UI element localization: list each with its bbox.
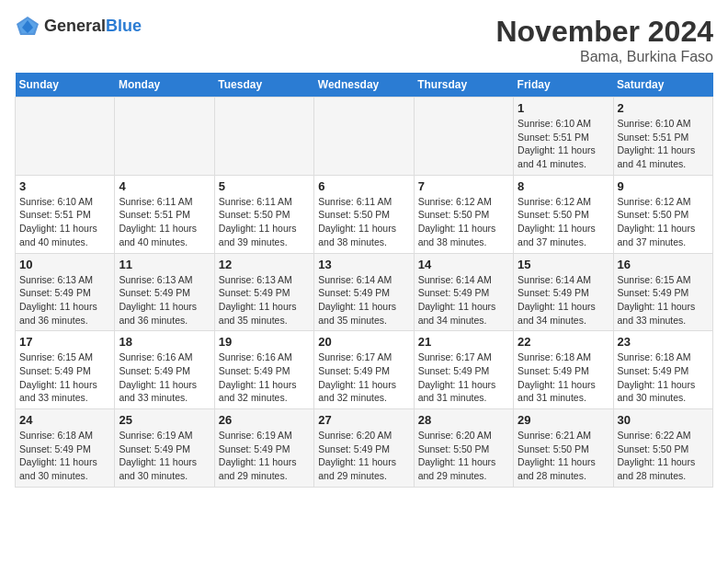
- day-info: Sunrise: 6:11 AM Sunset: 5:50 PM Dayligh…: [318, 195, 409, 249]
- day-info: Sunrise: 6:13 AM Sunset: 5:49 PM Dayligh…: [219, 273, 310, 327]
- calendar-cell: 27Sunrise: 6:20 AM Sunset: 5:49 PM Dayli…: [314, 409, 414, 488]
- day-info: Sunrise: 6:10 AM Sunset: 5:51 PM Dayligh…: [618, 117, 709, 171]
- main-title: November 2024: [495, 15, 713, 49]
- day-info: Sunrise: 6:17 AM Sunset: 5:49 PM Dayligh…: [318, 350, 409, 405]
- day-number: 26: [219, 413, 310, 427]
- day-number: 2: [618, 101, 709, 115]
- calendar-cell: 18Sunrise: 6:16 AM Sunset: 5:49 PM Dayli…: [115, 331, 214, 409]
- calendar-cell: [115, 98, 214, 176]
- calendar-day-header: Thursday: [414, 73, 513, 98]
- day-info: Sunrise: 6:11 AM Sunset: 5:51 PM Dayligh…: [119, 195, 210, 249]
- day-info: Sunrise: 6:18 AM Sunset: 5:49 PM Dayligh…: [518, 350, 609, 405]
- calendar-cell: 14Sunrise: 6:14 AM Sunset: 5:49 PM Dayli…: [414, 253, 513, 331]
- day-number: 20: [318, 335, 409, 349]
- calendar-cell: 10Sunrise: 6:13 AM Sunset: 5:49 PM Dayli…: [16, 253, 115, 331]
- day-number: 5: [219, 179, 310, 193]
- day-info: Sunrise: 6:14 AM Sunset: 5:49 PM Dayligh…: [518, 273, 609, 327]
- day-info: Sunrise: 6:16 AM Sunset: 5:49 PM Dayligh…: [219, 350, 310, 405]
- calendar-cell: [214, 98, 313, 176]
- day-info: Sunrise: 6:15 AM Sunset: 5:49 PM Dayligh…: [19, 350, 110, 405]
- day-number: 18: [119, 335, 210, 349]
- day-info: Sunrise: 6:22 AM Sunset: 5:50 PM Dayligh…: [618, 429, 709, 483]
- logo-blue: Blue: [106, 17, 142, 35]
- calendar-cell: 11Sunrise: 6:13 AM Sunset: 5:49 PM Dayli…: [115, 253, 214, 331]
- calendar-cell: 6Sunrise: 6:11 AM Sunset: 5:50 PM Daylig…: [314, 175, 414, 253]
- calendar-cell: 17Sunrise: 6:15 AM Sunset: 5:49 PM Dayli…: [16, 331, 115, 409]
- calendar-cell: [314, 98, 414, 176]
- calendar-cell: 1Sunrise: 6:10 AM Sunset: 5:51 PM Daylig…: [514, 98, 613, 176]
- day-number: 14: [418, 258, 509, 271]
- calendar-cell: 21Sunrise: 6:17 AM Sunset: 5:49 PM Dayli…: [414, 331, 513, 409]
- calendar-cell: 26Sunrise: 6:19 AM Sunset: 5:49 PM Dayli…: [214, 409, 313, 488]
- calendar-cell: 5Sunrise: 6:11 AM Sunset: 5:50 PM Daylig…: [214, 175, 313, 253]
- day-info: Sunrise: 6:11 AM Sunset: 5:50 PM Dayligh…: [219, 195, 310, 249]
- day-info: Sunrise: 6:13 AM Sunset: 5:49 PM Dayligh…: [119, 273, 210, 327]
- day-number: 7: [418, 179, 509, 193]
- day-info: Sunrise: 6:18 AM Sunset: 5:49 PM Dayligh…: [618, 350, 709, 405]
- day-info: Sunrise: 6:12 AM Sunset: 5:50 PM Dayligh…: [418, 195, 509, 249]
- day-number: 27: [318, 413, 409, 427]
- day-number: 25: [119, 413, 210, 427]
- page-header: GeneralBlue November 2024 Bama, Burkina …: [15, 15, 713, 65]
- day-number: 19: [219, 335, 310, 349]
- day-number: 12: [219, 258, 310, 271]
- calendar-cell: 22Sunrise: 6:18 AM Sunset: 5:49 PM Dayli…: [514, 331, 613, 409]
- calendar-day-header: Sunday: [16, 73, 115, 98]
- logo-text: GeneralBlue: [44, 17, 142, 36]
- calendar-cell: 15Sunrise: 6:14 AM Sunset: 5:49 PM Dayli…: [514, 253, 613, 331]
- day-number: 4: [119, 179, 210, 193]
- calendar-cell: 16Sunrise: 6:15 AM Sunset: 5:49 PM Dayli…: [613, 253, 712, 331]
- calendar-cell: 30Sunrise: 6:22 AM Sunset: 5:50 PM Dayli…: [613, 409, 712, 488]
- calendar-cell: 28Sunrise: 6:20 AM Sunset: 5:50 PM Dayli…: [414, 409, 513, 488]
- calendar-day-header: Tuesday: [214, 73, 313, 98]
- day-number: 3: [19, 179, 110, 193]
- day-number: 17: [19, 335, 110, 349]
- day-info: Sunrise: 6:20 AM Sunset: 5:50 PM Dayligh…: [418, 429, 509, 483]
- day-info: Sunrise: 6:21 AM Sunset: 5:50 PM Dayligh…: [518, 429, 609, 483]
- calendar-cell: 20Sunrise: 6:17 AM Sunset: 5:49 PM Dayli…: [314, 331, 414, 409]
- day-info: Sunrise: 6:18 AM Sunset: 5:49 PM Dayligh…: [19, 429, 110, 483]
- day-number: 15: [518, 258, 609, 271]
- calendar-cell: 29Sunrise: 6:21 AM Sunset: 5:50 PM Dayli…: [514, 409, 613, 488]
- day-number: 23: [618, 335, 709, 349]
- day-info: Sunrise: 6:14 AM Sunset: 5:49 PM Dayligh…: [418, 273, 509, 327]
- logo-icon: [15, 15, 40, 37]
- day-number: 9: [618, 179, 709, 193]
- day-number: 30: [618, 413, 709, 427]
- day-info: Sunrise: 6:20 AM Sunset: 5:49 PM Dayligh…: [318, 429, 409, 483]
- day-info: Sunrise: 6:16 AM Sunset: 5:49 PM Dayligh…: [119, 350, 210, 405]
- day-number: 1: [518, 101, 609, 115]
- calendar-week-row: 1Sunrise: 6:10 AM Sunset: 5:51 PM Daylig…: [16, 98, 713, 176]
- calendar-day-header: Saturday: [613, 73, 712, 98]
- day-info: Sunrise: 6:19 AM Sunset: 5:49 PM Dayligh…: [219, 429, 310, 483]
- calendar-cell: 23Sunrise: 6:18 AM Sunset: 5:49 PM Dayli…: [613, 331, 712, 409]
- day-info: Sunrise: 6:17 AM Sunset: 5:49 PM Dayligh…: [418, 350, 509, 405]
- day-info: Sunrise: 6:10 AM Sunset: 5:51 PM Dayligh…: [518, 117, 609, 171]
- day-info: Sunrise: 6:14 AM Sunset: 5:49 PM Dayligh…: [318, 273, 409, 327]
- calendar-cell: 4Sunrise: 6:11 AM Sunset: 5:51 PM Daylig…: [115, 175, 214, 253]
- day-info: Sunrise: 6:12 AM Sunset: 5:50 PM Dayligh…: [518, 195, 609, 249]
- day-number: 29: [518, 413, 609, 427]
- calendar-day-header: Monday: [115, 73, 214, 98]
- logo: GeneralBlue: [15, 15, 142, 37]
- calendar-day-header: Friday: [514, 73, 613, 98]
- calendar-week-row: 3Sunrise: 6:10 AM Sunset: 5:51 PM Daylig…: [16, 175, 713, 253]
- calendar-cell: 2Sunrise: 6:10 AM Sunset: 5:51 PM Daylig…: [613, 98, 712, 176]
- calendar-cell: 13Sunrise: 6:14 AM Sunset: 5:49 PM Dayli…: [314, 253, 414, 331]
- calendar-cell: 7Sunrise: 6:12 AM Sunset: 5:50 PM Daylig…: [414, 175, 513, 253]
- calendar-header-row: SundayMondayTuesdayWednesdayThursdayFrid…: [16, 73, 713, 98]
- calendar-week-row: 10Sunrise: 6:13 AM Sunset: 5:49 PM Dayli…: [16, 253, 713, 331]
- calendar-cell: 3Sunrise: 6:10 AM Sunset: 5:51 PM Daylig…: [16, 175, 115, 253]
- calendar-week-row: 17Sunrise: 6:15 AM Sunset: 5:49 PM Dayli…: [16, 331, 713, 409]
- title-block: November 2024 Bama, Burkina Faso: [495, 15, 713, 65]
- calendar-cell: 12Sunrise: 6:13 AM Sunset: 5:49 PM Dayli…: [214, 253, 313, 331]
- day-number: 28: [418, 413, 509, 427]
- day-number: 21: [418, 335, 509, 349]
- subtitle: Bama, Burkina Faso: [495, 49, 713, 65]
- calendar-cell: 24Sunrise: 6:18 AM Sunset: 5:49 PM Dayli…: [16, 409, 115, 488]
- day-info: Sunrise: 6:19 AM Sunset: 5:49 PM Dayligh…: [119, 429, 210, 483]
- calendar-table: SundayMondayTuesdayWednesdayThursdayFrid…: [15, 73, 713, 488]
- calendar-cell: 8Sunrise: 6:12 AM Sunset: 5:50 PM Daylig…: [514, 175, 613, 253]
- calendar-cell: 9Sunrise: 6:12 AM Sunset: 5:50 PM Daylig…: [613, 175, 712, 253]
- calendar-cell: [16, 98, 115, 176]
